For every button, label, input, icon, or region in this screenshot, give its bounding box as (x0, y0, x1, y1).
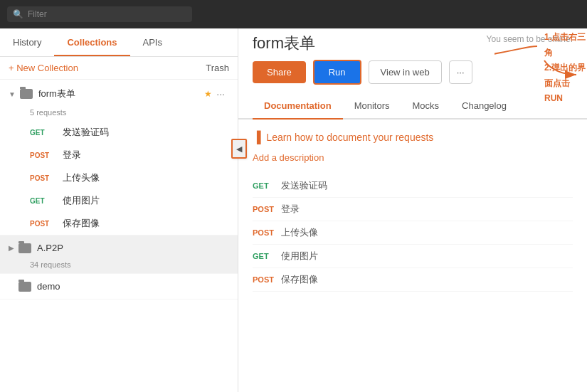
doc-method-badge-post: POST (253, 205, 281, 213)
more-actions-button[interactable]: ··· (449, 60, 472, 84)
request-name: 使用图片 (63, 194, 100, 207)
offline-notice: You seem to be offline. (487, 34, 573, 44)
search-icon: 🔍 (13, 9, 23, 19)
collection-title: form表单 (253, 33, 315, 54)
tab-monitors[interactable]: Monitors (343, 93, 401, 118)
doc-request-name: 发送验证码 (281, 179, 327, 192)
method-badge-post: POST (30, 174, 55, 182)
doc-method-badge-get: GET (253, 181, 281, 190)
chevron-right-icon: ▶ (9, 244, 14, 252)
method-badge-get: GET (30, 197, 55, 205)
doc-method-badge-post: POST (253, 228, 281, 237)
add-description-link[interactable]: Add a description (253, 152, 573, 163)
collection-more-button-form[interactable]: ··· (212, 87, 229, 101)
doc-method-badge-post: POST (253, 275, 281, 284)
collection-item-form: ▼ form表单 ★ ··· 5 requests GET 发送验证码 POST (0, 80, 238, 235)
doc-request-item[interactable]: GET 发送验证码 (253, 174, 573, 198)
chevron-down-icon: ▼ (9, 90, 16, 98)
collection-requests-count-a2p2: 34 requests (0, 260, 238, 273)
tab-history[interactable]: History (0, 28, 54, 56)
collections-list: ▼ form表单 ★ ··· 5 requests GET 发送验证码 POST (0, 80, 238, 392)
action-buttons-row: Share Run View in web ··· (238, 54, 587, 93)
method-badge-post: POST (30, 220, 55, 228)
doc-request-item[interactable]: GET 使用图片 (253, 245, 573, 268)
search-box[interactable]: 🔍 (7, 6, 192, 22)
request-name: 上传头像 (63, 171, 100, 184)
top-bar: 🔍 (0, 0, 587, 28)
run-button[interactable]: Run (313, 60, 361, 85)
collection-header-form[interactable]: ▼ form表单 ★ ··· (0, 80, 238, 108)
trash-button[interactable]: Trash (206, 63, 229, 73)
collection-item-demo: ▶ demo (0, 274, 238, 300)
new-collection-button[interactable]: + New Collection (9, 63, 78, 73)
doc-request-name: 使用图片 (281, 250, 318, 263)
doc-request-item[interactable]: POST 保存图像 (253, 268, 573, 292)
folder-icon (20, 89, 33, 99)
right-panel: form表单 1.点击右三角 2.弹出的界面点击RUN (238, 28, 587, 392)
doc-area: ▐ Learn how to document your requests Ad… (238, 120, 587, 392)
doc-learn-icon: ▐ (253, 131, 260, 144)
collection-name-form: form表单 (38, 88, 200, 100)
doc-request-item[interactable]: POST 登录 (253, 198, 573, 221)
request-item[interactable]: POST 保存图像 (0, 212, 238, 235)
request-item[interactable]: GET 使用图片 (0, 189, 238, 212)
collapse-arrow-icon: ◀ (236, 144, 242, 154)
method-badge-post: POST (30, 152, 55, 159)
sidebar-tabs: History Collections APIs (0, 28, 238, 57)
doc-request-name: 登录 (281, 203, 300, 216)
method-badge-get: GET (30, 129, 55, 137)
request-item[interactable]: POST 登录 (0, 144, 238, 166)
folder-icon (18, 282, 31, 292)
doc-request-item[interactable]: POST 上传头像 (253, 221, 573, 245)
sidebar-toolbar: + New Collection Trash (0, 57, 238, 80)
request-item[interactable]: POST 上传头像 (0, 166, 238, 189)
request-name: 发送验证码 (63, 126, 109, 139)
collection-item-a2p2: ▶ A.P2P 34 requests (0, 235, 238, 274)
share-button[interactable]: Share (253, 61, 306, 83)
tab-changelog[interactable]: Changelog (450, 93, 518, 118)
sidebar-wrapper: History Collections APIs + New Collectio… (0, 28, 238, 392)
collection-header-demo[interactable]: ▶ demo (0, 274, 238, 299)
content-tabs: Documentation Monitors Mocks Changelog (238, 93, 587, 120)
folder-icon (18, 243, 31, 253)
annotation-area: form表单 1.点击右三角 2.弹出的界面点击RUN (238, 28, 587, 54)
collection-header-a2p2[interactable]: ▶ A.P2P (0, 235, 238, 260)
doc-method-badge-get: GET (253, 252, 281, 260)
doc-learn-row: ▐ Learn how to document your requests (253, 131, 573, 144)
doc-request-name: 上传头像 (281, 226, 318, 239)
collection-requests-count-form: 5 requests (0, 108, 238, 121)
request-item[interactable]: GET 发送验证码 (0, 121, 238, 144)
star-icon[interactable]: ★ (204, 89, 212, 99)
view-in-web-button[interactable]: View in web (369, 60, 442, 84)
tab-collections[interactable]: Collections (54, 28, 129, 56)
request-name: 保存图像 (63, 217, 100, 230)
sidebar-collapse-button[interactable]: ◀ (231, 139, 247, 159)
request-name: 登录 (63, 149, 81, 161)
tab-mocks[interactable]: Mocks (401, 93, 450, 118)
doc-learn-link[interactable]: Learn how to document your requests (266, 132, 433, 143)
sidebar: History Collections APIs + New Collectio… (0, 28, 238, 392)
doc-request-name: 保存图像 (281, 273, 318, 286)
tab-apis[interactable]: APIs (130, 28, 175, 56)
search-input[interactable] (28, 9, 170, 19)
main-area: History Collections APIs + New Collectio… (0, 28, 587, 392)
collection-name-a2p2: A.P2P (37, 243, 229, 253)
collection-name-demo: demo (37, 281, 229, 292)
tab-documentation[interactable]: Documentation (253, 93, 343, 118)
